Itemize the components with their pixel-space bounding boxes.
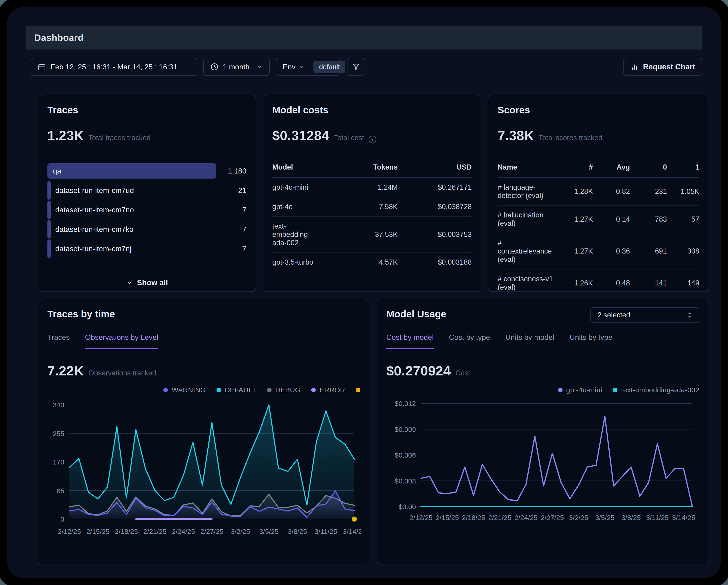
score-name: # hallucination (eval) [498,211,553,228]
legend-label: ERROR [319,386,345,394]
model-costs-metric: $0.31284 [272,128,329,143]
svg-text:2/21/25: 2/21/25 [144,528,166,535]
col-tokens: Tokens [323,163,398,171]
traces-card-title: Traces [47,105,246,116]
svg-text:2/27/25: 2/27/25 [200,528,224,535]
env-value-badge: default [313,61,345,73]
score-one: 308 [667,247,699,256]
traces-card: Traces 1.23K Total traces tracked qa1,18… [38,95,256,292]
col-model: Model [272,163,323,171]
score-avg: 0.14 [593,215,630,223]
observations-chart-svg[interactable]: 0851702553402/12/252/15/252/18/252/21/25… [47,398,361,537]
legend-item: gpt-4o-mini [558,386,602,394]
svg-text:3/5/25: 3/5/25 [595,514,615,522]
trace-name: dataset-run-item-cm7ko [55,225,133,234]
svg-text:3/11/25: 3/11/25 [315,528,337,535]
score-zero: 141 [630,279,667,287]
svg-text:$0.006: $0.006 [395,451,416,459]
legend-item [356,388,360,392]
env-label: Env [283,63,295,71]
col-one: 1 [667,163,699,171]
chevron-down-icon [126,279,133,286]
legend-dot [267,388,271,392]
trace-bar-row[interactable]: dataset-run-item-cm7ud21 [47,181,246,200]
svg-text:3/14/25: 3/14/25 [343,528,361,535]
env-select[interactable]: Env default [276,58,341,76]
date-range-picker[interactable]: Feb 12, 25 : 16:31 - Mar 14, 25 : 16:31 [31,58,197,76]
svg-text:2/24/25: 2/24/25 [515,514,538,522]
table-header: Name # Avg 0 1 [498,163,699,178]
trace-bar-row[interactable]: dataset-run-item-cm7nj7 [47,239,246,258]
legend-dot [356,388,360,392]
trace-count: 7 [216,244,246,253]
trace-bar-row[interactable]: dataset-run-item-cm7ko7 [47,219,246,239]
score-name: # conciseness-v1 (eval) [498,275,553,291]
traces-by-time-tab[interactable]: Traces [47,333,70,349]
svg-text:2/24/25: 2/24/25 [172,528,195,535]
toolbar: Feb 12, 25 : 16:31 - Mar 14, 25 : 16:31 … [31,57,702,76]
model-usage-tab[interactable]: Cost by type [449,333,490,349]
traces-bar-list: qa1,180dataset-run-item-cm7ud21dataset-r… [47,161,246,258]
info-icon[interactable]: i [369,136,376,143]
cost-metric-label: Cost [456,369,470,377]
calendar-icon [38,63,46,71]
col-zero: 0 [630,163,667,171]
model-usage-tab[interactable]: Cost by model [386,333,434,349]
model-usage-tab[interactable]: Units by type [570,333,612,349]
legend-dot [216,388,221,392]
model-costs-metric-label: Total cost [334,134,364,142]
trace-bar-row[interactable]: dataset-run-item-cm7no7 [47,200,246,219]
traces-by-time-tab[interactable]: Observations by Level [85,333,158,349]
scores-metric: 7.38K [498,128,534,143]
svg-text:$0.00: $0.00 [398,503,416,510]
legend-item: ERROR [311,386,345,394]
score-count: 1.27K [553,215,593,223]
model-tokens: 7.58K [323,203,398,211]
filter-button[interactable] [347,58,365,76]
model-tokens: 4.57K [323,258,398,266]
table-row: gpt-4o-mini1.24M$0.267171 [272,178,472,197]
request-chart-button[interactable]: Request Chart [623,58,702,76]
legend-dot [163,388,168,392]
col-usd: USD [398,163,472,171]
col-count: # [553,163,593,171]
cost-chart-svg[interactable]: $0.00$0.003$0.006$0.009$0.0122/12/252/15… [386,398,700,523]
table-row: # contextrelevance (eval)1.27K0.36691308 [498,233,699,269]
app-window: Dashboard Feb 12, 25 : 16:31 - Mar 14, 2… [7,7,721,578]
svg-text:3/2/25: 3/2/25 [231,528,250,535]
traces-metric-label: Total traces tracked [88,134,151,142]
request-chart-label: Request Chart [643,62,695,71]
interval-select[interactable]: 1 month [203,58,270,76]
model-name: gpt-4o [272,203,323,211]
svg-text:2/21/25: 2/21/25 [488,514,512,522]
trace-name: dataset-run-item-cm7ud [55,186,134,195]
traces-show-all-button[interactable]: Show all [47,278,246,287]
trace-name: qa [53,167,61,175]
legend-item: DEFAULT [216,386,256,394]
score-avg: 0.48 [593,279,630,287]
trace-name: dataset-run-item-cm7no [55,206,134,214]
svg-text:255: 255 [53,430,64,437]
bar-chart-icon [630,63,638,71]
traces-metric: 1.23K [47,128,84,143]
model-usd: $0.267171 [398,183,472,191]
svg-text:$0.009: $0.009 [395,426,416,433]
score-name: # contextrelevance (eval) [498,239,553,264]
scores-card: Scores 7.38K Total scores tracked Name #… [488,95,709,292]
legend-item: DEBUG [267,386,301,394]
score-zero: 783 [630,215,667,223]
observations-metric: 7.22K [47,363,84,378]
model-select[interactable]: 2 selected [590,307,699,323]
svg-text:0: 0 [60,515,64,523]
score-zero: 691 [630,247,667,256]
trace-bar-zone: dataset-run-item-cm7no [47,200,216,219]
trace-bar-row[interactable]: qa1,180 [47,161,246,181]
trace-bar-zone: dataset-run-item-cm7ud [47,181,216,200]
observations-legend: WARNINGDEFAULTDEBUGERROR [47,385,360,395]
model-name: gpt-4o-mini [272,183,323,191]
observations-metric-label: Observations tracked [88,369,156,377]
svg-text:3/14/25: 3/14/25 [672,514,695,522]
model-usage-tab[interactable]: Units by model [505,333,554,349]
svg-text:2/27/25: 2/27/25 [541,514,564,522]
legend-label: text-embedding-ada-002 [621,386,699,394]
